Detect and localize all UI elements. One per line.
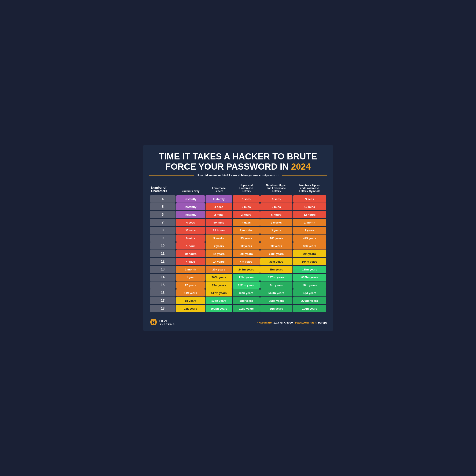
row-chars-12: 12 [150, 258, 176, 265]
main-container: TIME IT TAKES A HACKER TO BRUTE FORCE YO… [143, 145, 333, 331]
cell-r10-c3: 147bn years [260, 274, 292, 281]
cell-r0-c2: 3 secs [233, 195, 259, 203]
cell-r9-c4: 11bn years [293, 266, 326, 273]
table-row: 124 days1k years4m years38m years164m ye… [150, 258, 326, 265]
cell-r9-c1: 29k years [205, 266, 232, 273]
cell-r2-c0: Instantly [176, 211, 205, 218]
logo-area: HIVE SYSTEMS [149, 318, 175, 327]
cell-r0-c0: Instantly [176, 195, 205, 203]
col-header-num-upper-lower: Numbers, Upperand LowercaseLetters [260, 182, 292, 195]
row-chars-18: 18 [150, 305, 176, 312]
table-row: 1512 years19m years652bn years9tn years5… [150, 281, 326, 289]
cell-r6-c0: 1 hour [176, 242, 205, 250]
title-year: 2024 [291, 162, 311, 171]
row-chars-8: 8 [150, 227, 176, 234]
logo-hive-label: HIVE [159, 319, 175, 323]
row-chars-16: 16 [150, 289, 176, 296]
hardware-value: 12 x RTX 4090 [273, 321, 293, 324]
row-chars-5: 5 [150, 203, 176, 210]
table-body: 4InstantlyInstantly3 secs6 secs9 secs5In… [150, 195, 326, 312]
col-header-upper-lower: Upper andLowercaseLetters [233, 182, 259, 195]
cell-r5-c1: 3 weeks [205, 235, 232, 242]
cell-r9-c2: 241m years [233, 266, 259, 273]
cell-r14-c4: 19qn years [293, 305, 326, 312]
table-row: 6Instantly2 mins2 hours6 hours12 hours [150, 211, 326, 218]
cell-r14-c3: 2qn years [260, 305, 292, 312]
hash-value: bcrypt [318, 321, 327, 324]
cell-r4-c4: 7 years [293, 227, 326, 234]
cell-r13-c0: 1k years [176, 297, 205, 304]
cell-r10-c0: 1 year [176, 274, 205, 281]
cell-r10-c2: 12bn years [233, 274, 259, 281]
footer-arrow: › [257, 321, 258, 324]
row-chars-4: 4 [150, 195, 176, 203]
cell-r6-c4: 33k years [293, 242, 326, 250]
cell-r3-c3: 2 weeks [260, 219, 292, 226]
cell-r10-c4: 805bn years [293, 274, 326, 281]
hash-label: Password hash: [295, 321, 317, 324]
row-chars-7: 7 [150, 219, 176, 226]
table-row: 74 secs50 mins4 days2 weeks1 month [150, 219, 326, 226]
footer-info: › Hardware: 12 x RTX 4090 | Password has… [257, 321, 327, 324]
row-chars-6: 6 [150, 211, 176, 218]
cell-r6-c3: 9k years [260, 242, 292, 250]
cell-r7-c1: 44 years [205, 250, 232, 257]
table-row: 5Instantly4 secs2 mins6 mins10 mins [150, 203, 326, 210]
cell-r3-c2: 4 days [233, 219, 259, 226]
table-header-row: Number ofCharacters Numbers Only Lowerca… [150, 182, 326, 195]
row-chars-17: 17 [150, 297, 176, 304]
cell-r12-c2: 33tn years [233, 289, 259, 296]
cell-r7-c4: 2m years [293, 250, 326, 257]
cell-r1-c0: Instantly [176, 203, 205, 210]
table-wrapper: Number ofCharacters Numbers Only Lowerca… [149, 181, 327, 313]
subtitle-bar: How did we make this? Learn at hivesyste… [149, 174, 327, 177]
table-row: 96 mins3 weeks33 years161 years479 years [150, 235, 326, 242]
cell-r8-c3: 38m years [260, 258, 292, 265]
cell-r11-c2: 652bn years [233, 281, 259, 289]
password-table: Number ofCharacters Numbers Only Lowerca… [149, 181, 327, 313]
cell-r4-c3: 3 years [260, 227, 292, 234]
cell-r3-c1: 50 mins [205, 219, 232, 226]
cell-r14-c1: 350bn years [205, 305, 232, 312]
cell-r2-c2: 2 hours [233, 211, 259, 218]
subtitle-line-left [149, 175, 194, 175]
cell-r11-c0: 12 years [176, 281, 205, 289]
table-row: 141 year766k years12bn years147bn years8… [150, 274, 326, 281]
cell-r11-c3: 9tn years [260, 281, 292, 289]
cell-r14-c2: 91qd years [233, 305, 259, 312]
svg-rect-3 [152, 322, 155, 323]
cell-r3-c0: 4 secs [176, 219, 205, 226]
logo-text: HIVE SYSTEMS [159, 319, 175, 326]
title-line1: TIME IT TAKES A HACKER TO BRUTE [159, 152, 317, 161]
table-row: 4InstantlyInstantly3 secs6 secs9 secs [150, 195, 326, 203]
cell-r12-c4: 3qd years [293, 289, 326, 296]
cell-r0-c4: 9 secs [293, 195, 326, 203]
cell-r11-c1: 19m years [205, 281, 232, 289]
cell-r0-c1: Instantly [205, 195, 232, 203]
row-chars-11: 11 [150, 250, 176, 257]
cell-r8-c1: 1k years [205, 258, 232, 265]
table-row: 101 hour2 years1k years9k years33k years [150, 242, 326, 250]
table-row: 1811k years350bn years91qd years2qn year… [150, 305, 326, 312]
cell-r13-c1: 13bn years [205, 297, 232, 304]
cell-r4-c1: 22 hours [205, 227, 232, 234]
cell-r8-c4: 164m years [293, 258, 326, 265]
table-row: 1110 hours44 years89k years618k years2m … [150, 250, 326, 257]
row-chars-14: 14 [150, 274, 176, 281]
cell-r5-c4: 479 years [293, 235, 326, 242]
cell-r1-c4: 10 mins [293, 203, 326, 210]
footer: HIVE SYSTEMS › Hardware: 12 x RTX 4090 |… [149, 316, 327, 327]
cell-r5-c3: 161 years [260, 235, 292, 242]
row-chars-15: 15 [150, 281, 176, 289]
cell-r9-c0: 1 month [176, 266, 205, 273]
row-chars-10: 10 [150, 242, 176, 250]
cell-r2-c3: 6 hours [260, 211, 292, 218]
cell-r12-c3: 566tn years [260, 289, 292, 296]
separator: | [293, 321, 295, 324]
row-chars-13: 13 [150, 266, 176, 273]
cell-r8-c0: 4 days [176, 258, 205, 265]
cell-r12-c0: 119 years [176, 289, 205, 296]
table-row: 131 month29k years241m years2bn years11b… [150, 266, 326, 273]
cell-r9-c3: 2bn years [260, 266, 292, 273]
cell-r1-c1: 4 secs [205, 203, 232, 210]
